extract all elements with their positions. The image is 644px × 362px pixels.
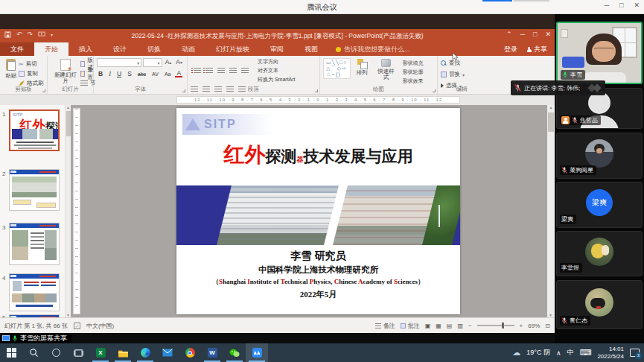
zoom-out-icon[interactable]: −	[468, 323, 472, 329]
font-name-select[interactable]: ▾	[97, 58, 141, 67]
shape-fill-button[interactable]: 形状填充	[403, 60, 424, 67]
weather-icon[interactable]: ☁	[512, 348, 520, 358]
zoom-in-icon[interactable]: +	[520, 323, 523, 329]
slide-scrollbar[interactable]: ▲ ▼	[547, 105, 555, 317]
underline-button[interactable]: U	[115, 70, 123, 77]
shape-effects-button[interactable]: 形状效果	[403, 77, 424, 85]
tab-design[interactable]: 设计	[103, 42, 137, 56]
participant-tile-video[interactable]: 李雪	[556, 22, 643, 84]
slide-thumbnail-4[interactable]	[9, 273, 60, 311]
redo-icon[interactable]: ↷	[28, 31, 34, 38]
maximize-icon[interactable]: □	[619, 1, 623, 9]
vertical-ruler[interactable]	[73, 108, 80, 314]
start-button[interactable]	[0, 343, 22, 362]
ppt-maximize-icon[interactable]: □	[533, 31, 537, 38]
undo-icon[interactable]: ↶	[16, 31, 22, 38]
slide-thumbnail-2[interactable]	[9, 169, 60, 211]
drawing-launcher[interactable]	[433, 89, 436, 92]
thumbnail-scrollbar[interactable]: ▲ ▼	[65, 105, 71, 317]
change-case-button[interactable]: Aa	[163, 72, 173, 77]
cortana-button[interactable]	[45, 343, 67, 362]
tab-insert[interactable]: 插入	[68, 42, 103, 56]
taskbar-file-explorer[interactable]	[112, 343, 134, 362]
scroll-up-icon[interactable]: ▲	[549, 105, 553, 109]
participant-tile[interactable]: 梁爽 梁爽	[556, 182, 643, 228]
taskbar-edge[interactable]	[134, 343, 156, 362]
comments-button[interactable]: 批注	[401, 322, 420, 330]
task-view-button[interactable]	[67, 343, 89, 362]
line-spacing-icon[interactable]	[241, 68, 249, 74]
new-slide-button[interactable]: 新建幻灯片	[51, 58, 80, 88]
tray-expand-icon[interactable]: ∧	[556, 349, 561, 357]
scroll-up-icon[interactable]: ▲	[66, 105, 70, 109]
font-launcher[interactable]	[182, 89, 185, 92]
quick-styles-button[interactable]: 快速样式	[374, 58, 399, 81]
save-icon[interactable]	[4, 31, 11, 38]
qat-dropdown-icon[interactable]: ▾	[51, 32, 53, 37]
spellcheck-icon[interactable]: ✓	[74, 323, 80, 329]
minimize-icon[interactable]: ─	[605, 1, 609, 9]
bullets-icon[interactable]	[194, 68, 201, 74]
view-reading-icon[interactable]: ▤	[447, 323, 453, 329]
ppt-minimize-icon[interactable]: ─	[520, 31, 525, 38]
weather-text[interactable]: 19°C 阴	[526, 348, 550, 358]
taskbar-mail[interactable]	[156, 343, 179, 362]
action-center-icon[interactable]: 3	[630, 349, 640, 357]
tab-file[interactable]: 文件	[0, 42, 34, 56]
slide-canvas[interactable]: SITP 红外探测器技术发展与应用 李雪 研究员 中国科学院上海技术物理研究所 …	[176, 108, 460, 314]
clock[interactable]: 14:01 2022/5/24	[597, 346, 624, 361]
language-indicator[interactable]: 中文(中国)	[86, 322, 114, 330]
tab-animations[interactable]: 动画	[171, 42, 205, 56]
char-spacing-button[interactable]: AV	[150, 72, 160, 77]
align-text-button[interactable]: 对齐文本	[258, 67, 296, 74]
ribbon-display-icon[interactable]: ⌃	[506, 31, 512, 38]
decrease-indent-icon[interactable]	[217, 68, 225, 74]
replace-button[interactable]: 替换▾	[441, 70, 482, 79]
tab-view[interactable]: 视图	[294, 42, 328, 56]
share-button[interactable]: 共享	[526, 45, 547, 54]
ppt-close-icon[interactable]: ✕	[545, 31, 551, 38]
taskbar-tencent-meeting[interactable]	[246, 343, 268, 362]
zoom-slider[interactable]	[477, 325, 514, 326]
zoom-slider-thumb[interactable]	[502, 323, 504, 328]
tab-review[interactable]: 审阅	[260, 42, 294, 56]
italic-button[interactable]: I	[107, 70, 112, 77]
shape-outline-button[interactable]: 形状轮廓	[403, 69, 424, 76]
font-color-button[interactable]: A	[175, 70, 182, 77]
view-slideshow-icon[interactable]: ▥	[457, 323, 463, 329]
grow-font-button[interactable]: A▴	[164, 58, 173, 67]
copy-button[interactable]: 复制	[19, 69, 44, 78]
bold-button[interactable]: B	[97, 70, 104, 77]
keyboard-icon[interactable]: ⌨	[580, 348, 592, 358]
horizontal-ruler[interactable]: 12 · 11 · 10 · 9 · 8 · 7 · 6 · 5 · 4 · 3…	[176, 96, 460, 104]
notes-button[interactable]: 备注	[375, 322, 395, 330]
taskbar-wechat[interactable]	[223, 343, 246, 362]
shrink-font-button[interactable]: A▾	[174, 58, 184, 67]
cut-button[interactable]: ✂剪切	[19, 60, 44, 69]
ime-indicator[interactable]: 中	[567, 348, 574, 358]
view-sorter-icon[interactable]: ▦	[436, 323, 441, 329]
sign-in-button[interactable]: 登录	[504, 45, 517, 54]
participant-tile[interactable]: 李堂煜	[556, 231, 643, 276]
tell-me-box[interactable]: 告诉我您想要做什么...	[328, 42, 418, 56]
slideshow-icon[interactable]	[38, 31, 45, 37]
shapes-gallery[interactable]: ▭╲╲□○ △⌒◇⇨ ☆⌣()	[323, 58, 351, 79]
slide-thumbnail-panel[interactable]: 1 SITP 红外探测器技术发展与应用 2 3	[0, 105, 65, 317]
tab-slideshow[interactable]: 幻灯片放映	[205, 42, 260, 56]
tab-home[interactable]: 开始	[34, 42, 68, 56]
participant-tile[interactable]: 菜狗阅星	[556, 133, 643, 179]
view-normal-icon[interactable]: ▣	[425, 323, 431, 329]
search-button[interactable]	[22, 343, 45, 362]
close-icon[interactable]: ✕	[634, 1, 640, 9]
taskbar-excel[interactable]: X	[89, 343, 112, 362]
text-shadow-button[interactable]: S	[126, 70, 133, 77]
fit-window-icon[interactable]: ⊡	[545, 323, 550, 329]
paste-button[interactable]: 粘贴	[3, 58, 19, 88]
arrange-button[interactable]: 排列	[354, 58, 370, 77]
smartart-button[interactable]: 转换为 SmartArt	[258, 76, 296, 83]
participant-tile[interactable]: 黄仁杰	[556, 280, 643, 329]
tab-transitions[interactable]: 切换	[137, 42, 171, 56]
numbering-icon[interactable]	[205, 68, 213, 74]
taskbar-chrome[interactable]	[179, 343, 201, 362]
slide-thumbnail-1[interactable]: SITP 红外探测器技术发展与应用	[9, 109, 60, 151]
